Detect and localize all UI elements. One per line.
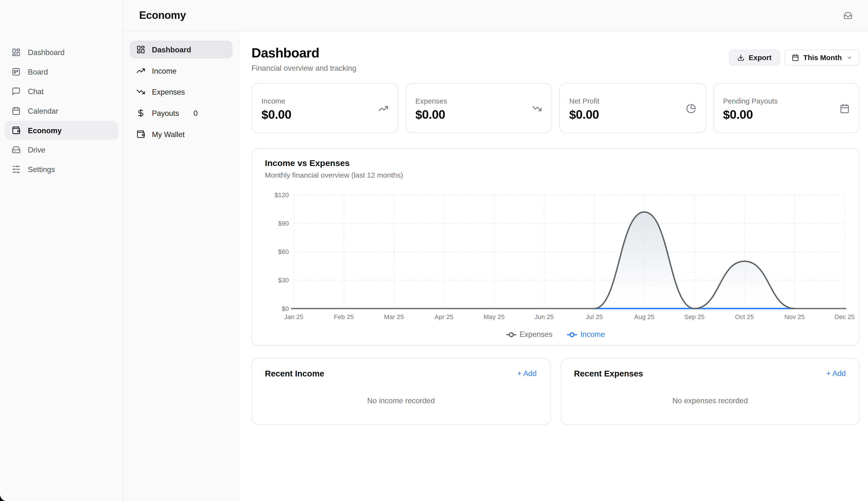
empty-state-text: No income recorded xyxy=(252,396,550,405)
svg-text:Aug 25: Aug 25 xyxy=(634,313,655,320)
page-subtitle: Financial overview and tracking xyxy=(252,64,356,72)
stat-label: Income xyxy=(262,97,389,105)
svg-text:$60: $60 xyxy=(278,248,289,255)
svg-text:$30: $30 xyxy=(278,277,289,284)
layout-dashboard-icon xyxy=(12,48,21,57)
sidebar-item-drive[interactable]: Drive xyxy=(4,140,118,159)
svg-text:Nov 25: Nov 25 xyxy=(784,313,805,320)
stat-card-pending-payouts: Pending Payouts $0.00 xyxy=(713,83,859,133)
sliders-icon xyxy=(12,165,21,174)
dollar-sign-icon xyxy=(136,109,145,118)
stat-card-income: Income $0.00 xyxy=(252,83,398,133)
wallet-icon xyxy=(136,130,145,139)
calendar-icon xyxy=(839,104,850,114)
stat-cards: Income $0.00 Expenses $0.00 Net Profit $… xyxy=(252,83,859,133)
stat-label: Pending Payouts xyxy=(723,97,850,105)
sidebar-item-label: Board xyxy=(28,67,48,76)
payouts-count: 0 xyxy=(194,109,198,117)
chart-legend: Expenses Income xyxy=(252,330,859,339)
calendar-icon xyxy=(792,54,799,61)
svg-text:Dec 25: Dec 25 xyxy=(835,313,855,320)
subnav-item-payouts[interactable]: Payouts 0 xyxy=(130,104,233,122)
panel-title: Recent Income xyxy=(265,369,324,378)
add-income-button[interactable]: + Add xyxy=(517,369,537,378)
hard-drive-icon xyxy=(12,145,21,154)
stat-label: Expenses xyxy=(415,97,542,105)
sidebar-item-settings[interactable]: Settings xyxy=(4,160,118,179)
legend-label: Expenses xyxy=(519,330,553,339)
svg-text:Jul 25: Jul 25 xyxy=(586,313,603,320)
stat-value: $0.00 xyxy=(262,107,389,122)
svg-text:Jan 25: Jan 25 xyxy=(284,313,304,320)
inbox-icon[interactable] xyxy=(843,11,852,20)
subnav-item-income[interactable]: Income xyxy=(130,62,233,79)
svg-text:$120: $120 xyxy=(275,191,289,199)
sidebar-item-label: Drive xyxy=(28,146,45,154)
chart-head: Income vs Expenses Monthly financial ove… xyxy=(265,158,403,179)
toolbar: Export This Month xyxy=(729,50,859,66)
chat-bubble-icon xyxy=(12,87,21,96)
sidebar-item-label: Calendar xyxy=(28,107,58,115)
viewport: Dashboard Board Chat Calendar Economy Dr… xyxy=(0,0,868,501)
subnav-item-label: Dashboard xyxy=(152,45,191,54)
svg-text:$0: $0 xyxy=(282,305,289,312)
sidebar-item-calendar[interactable]: Calendar xyxy=(4,102,118,120)
empty-state-text: No expenses recorded xyxy=(561,396,859,405)
trending-down-icon xyxy=(136,87,145,96)
subnav-item-my-wallet[interactable]: My Wallet xyxy=(130,125,233,143)
sidebar-item-label: Economy xyxy=(28,126,62,135)
app-title: Economy xyxy=(139,9,186,21)
svg-text:May 25: May 25 xyxy=(484,313,505,320)
legend-item-income: Income xyxy=(567,330,605,339)
svg-text:Mar 25: Mar 25 xyxy=(384,313,404,320)
sidebar-item-dashboard[interactable]: Dashboard xyxy=(4,43,118,62)
export-label: Export xyxy=(749,54,771,62)
calendar-icon xyxy=(12,106,21,115)
sidebar-item-label: Dashboard xyxy=(28,48,64,57)
legend-item-expenses: Expenses xyxy=(506,330,552,339)
legend-line-icon xyxy=(567,331,577,338)
chart-subtitle: Monthly financial overview (last 12 mont… xyxy=(265,171,403,179)
recent-panels: Recent Income + Add No income recorded R… xyxy=(252,358,859,425)
sidebar-item-economy[interactable]: Economy xyxy=(4,121,118,140)
chevron-down-icon xyxy=(846,55,852,61)
subnav-item-expenses[interactable]: Expenses xyxy=(130,83,233,101)
stat-label: Net Profit xyxy=(569,97,696,105)
recent-expenses-panel: Recent Expenses + Add No expenses record… xyxy=(561,358,859,425)
legend-label: Income xyxy=(580,330,605,339)
recent-income-panel: Recent Income + Add No income recorded xyxy=(252,358,550,425)
primary-sidebar: Dashboard Board Chat Calendar Economy Dr… xyxy=(0,0,123,501)
sidebar-item-chat[interactable]: Chat xyxy=(4,82,118,100)
sidebar-item-label: Settings xyxy=(28,165,55,173)
layout-dashboard-icon xyxy=(136,45,145,54)
svg-text:Sep 25: Sep 25 xyxy=(684,313,704,320)
svg-text:$90: $90 xyxy=(278,220,289,227)
export-button[interactable]: Export xyxy=(729,50,780,66)
svg-text:Oct 25: Oct 25 xyxy=(735,313,754,320)
chart-title: Income vs Expenses xyxy=(265,158,403,168)
subnav-item-dashboard[interactable]: Dashboard xyxy=(130,41,233,58)
pie-chart-icon xyxy=(686,104,696,114)
page-title: Dashboard xyxy=(252,45,356,61)
subnav-item-label: Income xyxy=(152,67,176,75)
sidebar-item-board[interactable]: Board xyxy=(4,62,118,81)
income-vs-expenses-chart-card: Income vs Expenses Monthly financial ove… xyxy=(252,148,859,346)
stat-value: $0.00 xyxy=(415,107,542,122)
subnav-item-label: My Wallet xyxy=(152,130,185,139)
download-icon xyxy=(737,54,744,61)
add-expense-button[interactable]: + Add xyxy=(826,369,846,378)
stat-value: $0.00 xyxy=(723,107,850,122)
wallet-icon xyxy=(12,126,21,135)
stat-value: $0.00 xyxy=(569,107,696,122)
subnav-item-label: Payouts xyxy=(152,109,179,117)
page-head: Dashboard Financial overview and trackin… xyxy=(252,45,356,72)
subnav-item-label: Expenses xyxy=(152,88,185,96)
panel-title: Recent Expenses xyxy=(574,369,643,378)
svg-text:Apr 25: Apr 25 xyxy=(435,313,453,320)
trending-up-icon xyxy=(378,104,388,114)
kanban-board-icon xyxy=(12,67,21,76)
main-content: Dashboard Financial overview and trackin… xyxy=(239,32,868,501)
economy-subnav: Dashboard Income Expenses Payouts 0 My W… xyxy=(123,32,239,501)
trending-down-icon xyxy=(532,104,542,114)
period-select[interactable]: This Month xyxy=(784,50,859,66)
